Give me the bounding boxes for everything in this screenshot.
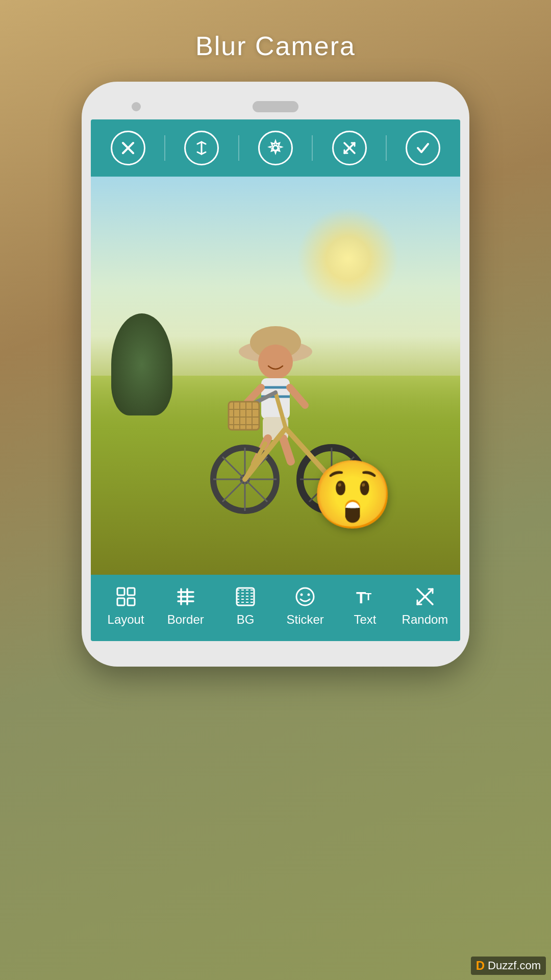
svg-line-15 bbox=[283, 438, 291, 461]
divider-1 bbox=[164, 135, 165, 161]
tree-left bbox=[111, 313, 172, 415]
svg-point-58 bbox=[300, 594, 303, 596]
watermark-logo: D bbox=[476, 959, 485, 973]
watermark-text: Duzzf.com bbox=[488, 959, 541, 972]
phone-camera bbox=[132, 102, 141, 111]
sticker-icon bbox=[294, 586, 316, 607]
sun-glow bbox=[297, 207, 399, 309]
layout-label: Layout bbox=[108, 612, 144, 627]
border-label: Border bbox=[167, 612, 204, 627]
emoji-sticker[interactable]: 😲 bbox=[311, 456, 394, 534]
layout-button[interactable]: Layout bbox=[103, 586, 149, 627]
phone-speaker bbox=[253, 101, 298, 112]
settings-button[interactable] bbox=[258, 131, 293, 165]
divider-2 bbox=[238, 135, 239, 161]
layout-icon bbox=[115, 586, 137, 607]
svg-point-59 bbox=[308, 594, 310, 596]
sticker-label: Sticker bbox=[287, 612, 324, 627]
border-button[interactable]: Border bbox=[163, 586, 209, 627]
confirm-button[interactable] bbox=[406, 131, 440, 165]
bg-icon bbox=[235, 586, 256, 607]
phone-top-bar bbox=[91, 92, 460, 119]
random-button[interactable]: Random bbox=[402, 586, 448, 627]
photo-canvas[interactable]: 😲 bbox=[91, 177, 460, 575]
sticker-button[interactable]: Sticker bbox=[282, 586, 328, 627]
text-icon: T T bbox=[354, 586, 375, 607]
svg-rect-42 bbox=[117, 588, 124, 595]
phone-frame: 😲 Layout Border bbox=[82, 82, 469, 667]
close-button[interactable] bbox=[111, 131, 145, 165]
bottom-toolbar: Layout Border BG bbox=[91, 575, 460, 641]
svg-text:T: T bbox=[356, 589, 366, 607]
swap-button[interactable] bbox=[332, 131, 367, 165]
flip-button[interactable] bbox=[184, 131, 219, 165]
text-button[interactable]: T T Text bbox=[342, 586, 388, 627]
photo-scene bbox=[91, 177, 460, 575]
divider-4 bbox=[386, 135, 387, 161]
svg-rect-45 bbox=[128, 598, 135, 605]
text-label: Text bbox=[354, 612, 376, 627]
app-title: Blur Camera bbox=[195, 31, 356, 61]
svg-text:T: T bbox=[365, 591, 371, 602]
svg-point-7 bbox=[258, 345, 293, 379]
border-icon bbox=[175, 586, 196, 607]
random-label: Random bbox=[402, 612, 448, 627]
watermark: D Duzzf.com bbox=[471, 957, 546, 975]
svg-point-57 bbox=[296, 588, 314, 605]
svg-line-13 bbox=[290, 387, 305, 405]
divider-3 bbox=[312, 135, 313, 161]
phone-bottom bbox=[91, 641, 460, 656]
svg-rect-43 bbox=[128, 588, 135, 595]
top-toolbar bbox=[91, 119, 460, 177]
bg-button[interactable]: BG bbox=[222, 586, 268, 627]
random-icon bbox=[414, 586, 436, 607]
bg-label: BG bbox=[237, 612, 255, 627]
svg-rect-44 bbox=[117, 598, 124, 605]
